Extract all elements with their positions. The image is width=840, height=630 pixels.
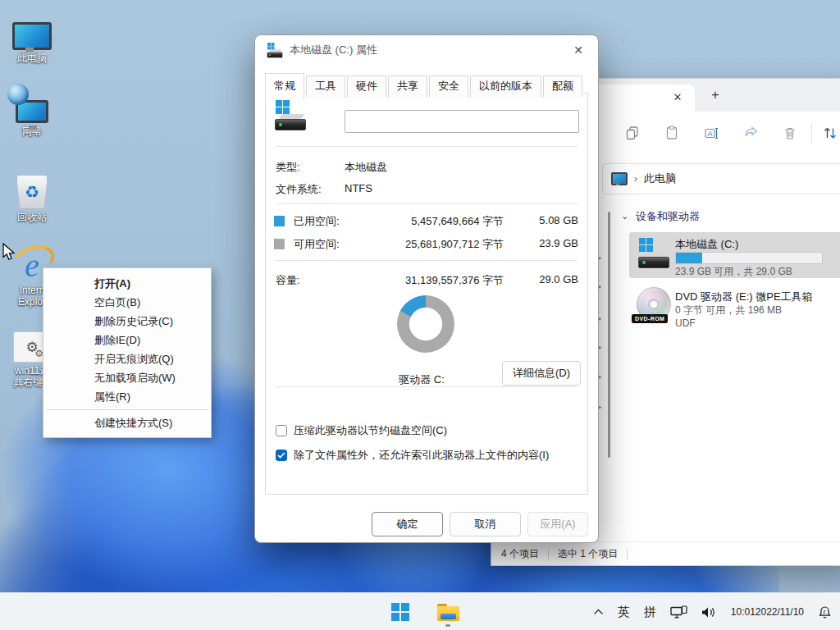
running-indicator bbox=[445, 624, 450, 627]
dialog-title: 本地磁盘 (C:) 属性 bbox=[290, 43, 563, 57]
desktop: 此电脑 网络 ♻ 回收站 e Intern Explor ⚙⚙ win11还 典… bbox=[0, 0, 840, 630]
used-space-swatch bbox=[274, 216, 285, 226]
separator bbox=[276, 146, 578, 147]
tab-sharing[interactable]: 共享 bbox=[388, 75, 427, 98]
tab-hardware[interactable]: 硬件 bbox=[347, 75, 386, 98]
cancel-button[interactable]: 取消 bbox=[450, 512, 521, 536]
capacity-label: 容量: bbox=[276, 273, 300, 288]
capacity-bar-fill bbox=[676, 253, 702, 263]
menu-item-no-addons[interactable]: 无加载项启动(W) bbox=[43, 368, 211, 387]
desktop-icon-this-pc[interactable]: 此电脑 bbox=[1, 9, 63, 64]
sort-icon[interactable] bbox=[816, 119, 840, 147]
tab-security[interactable]: 安全 bbox=[429, 75, 468, 98]
index-checkbox[interactable] bbox=[276, 450, 287, 461]
desktop-icon-recycle-bin[interactable]: ♻ 回收站 bbox=[1, 168, 63, 223]
menu-item-delete-ie[interactable]: 删除IE(D) bbox=[43, 331, 211, 349]
delete-icon[interactable] bbox=[776, 119, 804, 147]
capacity-size: 29.0 GB bbox=[512, 273, 578, 285]
this-pc-small-icon bbox=[611, 172, 628, 185]
menu-item-inprivate[interactable]: 开启无痕浏览(Q) bbox=[43, 349, 211, 368]
filesystem-value: NTFS bbox=[345, 182, 372, 194]
drive-c-item[interactable]: 本地磁盘 (C:) 23.9 GB 可用，共 29.0 GB bbox=[629, 232, 840, 278]
free-space-label: 可用空间: bbox=[294, 237, 340, 252]
index-checkbox-label: 除了文件属性外，还允许索引此驱动器上文件的内容(I) bbox=[294, 448, 549, 463]
group-header[interactable]: 设备和驱动器 bbox=[636, 209, 700, 224]
menu-item-properties[interactable]: 属性(R) bbox=[43, 387, 211, 406]
dialog-title-bar: 本地磁盘 (C:) 属性 ✕ bbox=[255, 35, 598, 65]
windows-logo-icon bbox=[391, 603, 409, 621]
ime-mode-button[interactable]: 拼 bbox=[644, 605, 656, 620]
drive-name: DVD 驱动器 (E:) 微PE工具箱 bbox=[675, 290, 813, 304]
file-explorer-taskbar-button[interactable] bbox=[431, 596, 464, 628]
free-space-bytes: 25,681,907,712 字节 bbox=[364, 237, 504, 252]
capacity-bytes: 31,139,557,376 字节 bbox=[364, 273, 504, 288]
desktop-icon-network[interactable]: 网络 bbox=[1, 82, 63, 137]
network-globe-icon bbox=[7, 84, 29, 105]
share-icon[interactable] bbox=[737, 119, 765, 147]
tray-chevron-up-icon[interactable] bbox=[593, 609, 604, 615]
drive-info: 0 字节 可用，共 196 MB bbox=[675, 304, 782, 317]
dialog-tabs: 常规 工具 硬件 共享 安全 以前的版本 配额 bbox=[265, 73, 584, 98]
breadcrumb-chevron-icon: › bbox=[634, 173, 637, 185]
disk-properties-dialog: 本地磁盘 (C:) 属性 ✕ 常规 工具 硬件 共享 安全 以前的版本 配额 类… bbox=[254, 34, 599, 543]
nav-pane-scrollbar[interactable] bbox=[608, 212, 610, 458]
compress-checkbox[interactable] bbox=[276, 425, 287, 436]
menu-item-create-shortcut[interactable]: 创建快捷方式(S) bbox=[43, 413, 211, 432]
desktop-icon-label: 回收站 bbox=[1, 212, 63, 223]
close-icon[interactable]: ✕ bbox=[570, 43, 587, 57]
apply-button[interactable]: 应用(A) bbox=[527, 512, 588, 536]
compress-checkbox-row[interactable]: 压缩此驱动器以节约磁盘空间(C) bbox=[276, 423, 447, 438]
copy-icon[interactable] bbox=[619, 119, 646, 147]
volume-tray-icon[interactable] bbox=[701, 606, 717, 619]
dvd-icon: DVD-ROM bbox=[637, 287, 671, 322]
filesystem-label: 文件系统: bbox=[276, 182, 322, 197]
general-tab-panel: 类型: 本地磁盘 文件系统: NTFS 已用空间: 5,457,649,664 … bbox=[265, 93, 588, 495]
group-collapse-icon[interactable]: ⌄ bbox=[621, 211, 628, 221]
drive-info: 23.9 GB 可用，共 29.0 GB bbox=[675, 265, 792, 279]
used-space-size: 5.08 GB bbox=[512, 214, 578, 226]
toolbar-divider bbox=[811, 122, 812, 144]
dvd-drive-item[interactable]: DVD-ROM DVD 驱动器 (E:) 微PE工具箱 0 字节 可用，共 19… bbox=[629, 285, 840, 331]
menu-separator bbox=[46, 409, 208, 410]
mouse-cursor bbox=[2, 243, 16, 266]
paste-icon[interactable] bbox=[658, 119, 686, 147]
breadcrumb[interactable]: 此电脑 bbox=[644, 171, 676, 186]
svg-text:A: A bbox=[708, 130, 713, 138]
explorer-status-bar: 4 个项目 选中 1 个项目 bbox=[491, 541, 840, 565]
drive-letter-label: 驱动器 C: bbox=[372, 372, 471, 387]
free-space-swatch bbox=[274, 239, 285, 249]
this-pc-icon bbox=[12, 22, 52, 50]
capacity-bar bbox=[675, 252, 823, 264]
ime-language-button[interactable]: 英 bbox=[618, 605, 630, 620]
rename-icon[interactable]: A bbox=[697, 119, 725, 147]
desktop-icon-label: Explor bbox=[18, 296, 46, 308]
free-space-size: 23.9 GB bbox=[512, 237, 578, 249]
tab-close-icon[interactable]: ✕ bbox=[670, 90, 685, 105]
tab-previous-versions[interactable]: 以前的版本 bbox=[470, 75, 541, 98]
network-tray-icon[interactable] bbox=[670, 605, 687, 619]
menu-item-blank-page[interactable]: 空白页(B) bbox=[43, 293, 211, 312]
dialog-drive-icon bbox=[267, 43, 275, 50]
notification-bell-icon[interactable]: z bbox=[818, 605, 832, 619]
status-divider bbox=[548, 549, 549, 559]
address-bar[interactable]: › 此电脑 bbox=[602, 163, 840, 194]
menu-item-delete-history[interactable]: 删除历史记录(C) bbox=[43, 312, 211, 331]
used-space-bytes: 5,457,649,664 字节 bbox=[364, 214, 504, 229]
selection-count: 选中 1 个项目 bbox=[558, 547, 618, 561]
tab-tools[interactable]: 工具 bbox=[306, 75, 345, 98]
new-tab-button[interactable]: + bbox=[706, 86, 724, 104]
start-button[interactable] bbox=[384, 596, 417, 628]
compress-checkbox-label: 压缩此驱动器以节约磁盘空间(C) bbox=[294, 423, 447, 438]
tab-general[interactable]: 常规 bbox=[265, 73, 304, 98]
separator bbox=[276, 203, 578, 204]
details-button[interactable]: 详细信息(D) bbox=[502, 361, 581, 386]
menu-item-open[interactable]: 打开(A) bbox=[43, 274, 211, 293]
type-value: 本地磁盘 bbox=[345, 160, 387, 175]
drive-name: 本地磁盘 (C:) bbox=[675, 237, 738, 252]
ok-button[interactable]: 确定 bbox=[372, 512, 443, 536]
tab-quota[interactable]: 配额 bbox=[543, 75, 582, 98]
volume-label-input[interactable] bbox=[345, 110, 579, 133]
clock[interactable]: 10:01 2022/11/10 bbox=[731, 606, 804, 619]
index-checkbox-row[interactable]: 除了文件属性外，还允许索引此驱动器上文件的内容(I) bbox=[276, 448, 549, 463]
item-count: 4 个项目 bbox=[501, 547, 539, 561]
